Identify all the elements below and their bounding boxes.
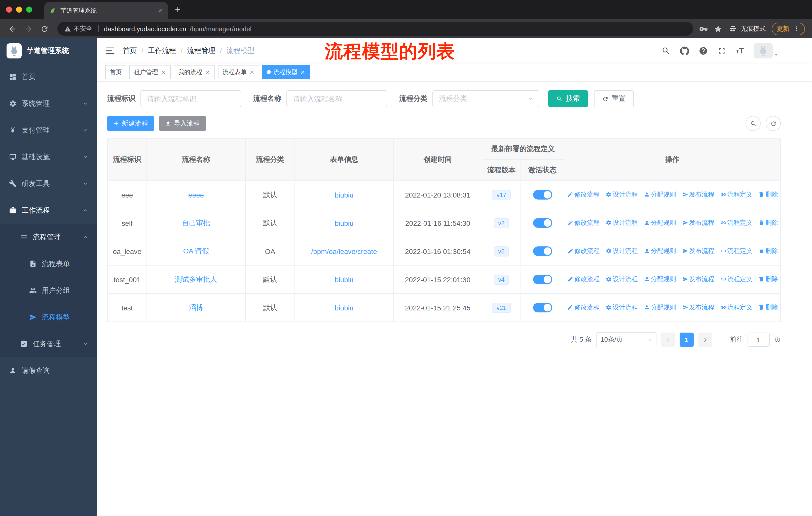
tag-home[interactable]: 首页 (105, 65, 126, 79)
version-badge[interactable]: v5 (494, 246, 509, 256)
form-info-link[interactable]: biubiu (335, 304, 354, 312)
kebab-menu-icon[interactable] (793, 25, 800, 32)
process-definition-action[interactable]: 流程定义 (720, 303, 752, 312)
design-process-action[interactable]: 设计流程 (606, 247, 638, 255)
sidebar-item-process-management[interactable]: 流程管理 (0, 224, 97, 250)
form-info-link[interactable]: /bpm/oa/leave/create (311, 247, 377, 255)
tag-process-model[interactable]: 流程模型 (262, 65, 310, 79)
active-toggle[interactable] (533, 275, 552, 284)
create-process-button[interactable]: 新建流程 (107, 116, 154, 131)
delete-action[interactable]: 删除 (758, 190, 778, 199)
delete-action[interactable]: 删除 (758, 247, 778, 255)
browser-forward-button[interactable] (21, 22, 35, 36)
assign-rule-action[interactable]: 分配规则 (644, 303, 676, 312)
sidebar-item-process-form[interactable]: 流程表单 (0, 250, 97, 277)
active-toggle[interactable] (533, 303, 552, 313)
hamburger-menu-icon[interactable] (105, 46, 115, 56)
version-badge[interactable]: v2 (494, 218, 509, 228)
publish-process-action[interactable]: 发布流程 (682, 219, 714, 227)
active-toggle[interactable] (533, 190, 552, 199)
active-toggle[interactable] (533, 246, 552, 256)
process-name-link[interactable]: 测试多审批人 (175, 275, 217, 283)
process-definition-action[interactable]: 流程定义 (720, 219, 752, 227)
refresh-table-button[interactable] (766, 116, 781, 131)
sidebar-item-dev-tools[interactable]: 研发工具 (0, 170, 97, 197)
search-icon[interactable] (662, 46, 671, 55)
process-name-link[interactable]: 自己审批 (182, 218, 210, 226)
edit-process-action[interactable]: 修改流程 (567, 303, 600, 312)
form-info-link[interactable]: biubiu (335, 219, 354, 227)
assign-rule-action[interactable]: 分配规则 (644, 219, 676, 227)
process-category-select[interactable]: 流程分类 (432, 90, 539, 107)
assign-rule-action[interactable]: 分配规则 (644, 190, 676, 199)
next-page-button[interactable] (698, 332, 712, 347)
sidebar-item-payment[interactable]: 支付管理 (0, 117, 97, 144)
design-process-action[interactable]: 设计流程 (606, 303, 638, 312)
font-size-icon[interactable] (736, 47, 744, 55)
assign-rule-action[interactable]: 分配规则 (644, 275, 676, 284)
sidebar-item-system[interactable]: 系统管理 (0, 90, 97, 117)
delete-action[interactable]: 删除 (758, 275, 778, 284)
github-icon[interactable] (680, 46, 689, 55)
import-process-button[interactable]: 导入流程 (159, 116, 206, 131)
process-definition-action[interactable]: 流程定义 (720, 190, 752, 199)
sidebar-item-infrastructure[interactable]: 基础设施 (0, 144, 97, 170)
form-info-link[interactable]: biubiu (335, 191, 354, 199)
sidebar-item-leave-query[interactable]: 请假查询 (0, 357, 97, 384)
password-key-icon[interactable] (699, 24, 708, 33)
version-badge[interactable]: v21 (492, 303, 511, 313)
design-process-action[interactable]: 设计流程 (606, 275, 638, 284)
browser-update-button[interactable]: 更新 (772, 22, 805, 35)
sidebar-item-task-management[interactable]: 任务管理 (0, 331, 97, 357)
tag-my-process[interactable]: 我的流程 (174, 65, 215, 79)
active-toggle[interactable] (533, 218, 552, 228)
process-id-input[interactable] (141, 90, 241, 107)
close-icon[interactable] (300, 69, 306, 75)
page-size-select[interactable]: 10条/页 (596, 332, 657, 347)
close-window-button[interactable] (6, 6, 12, 12)
close-icon[interactable] (249, 69, 255, 75)
prev-page-button[interactable] (661, 332, 675, 347)
toggle-search-button[interactable] (746, 116, 761, 131)
browser-tab[interactable]: 芋道管理系统 (44, 2, 168, 19)
process-name-link[interactable]: eeee (188, 191, 204, 199)
close-icon[interactable] (205, 69, 210, 75)
sidebar-item-workflow[interactable]: 工作流程 (0, 197, 97, 224)
assign-rule-action[interactable]: 分配规则 (644, 247, 676, 255)
close-icon[interactable] (161, 69, 166, 75)
tag-tenant[interactable]: 租户管理 (129, 65, 171, 79)
tab-close-icon[interactable] (157, 8, 163, 13)
publish-process-action[interactable]: 发布流程 (682, 247, 714, 255)
tag-process-form[interactable]: 流程表单 (218, 65, 259, 79)
design-process-action[interactable]: 设计流程 (606, 190, 638, 199)
breadcrumb-item[interactable]: 工作流程 (141, 46, 176, 55)
edit-process-action[interactable]: 修改流程 (567, 219, 600, 227)
delete-action[interactable]: 删除 (758, 219, 778, 227)
design-process-action[interactable]: 设计流程 (606, 219, 638, 227)
process-name-link[interactable]: 滔博 (189, 303, 203, 311)
minimize-window-button[interactable] (16, 6, 22, 12)
sidebar-item-home[interactable]: 首页 (0, 63, 97, 90)
publish-process-action[interactable]: 发布流程 (682, 303, 714, 312)
edit-process-action[interactable]: 修改流程 (567, 190, 600, 199)
new-tab-button[interactable] (171, 3, 184, 16)
help-icon[interactable] (699, 46, 708, 55)
publish-process-action[interactable]: 发布流程 (682, 275, 714, 284)
bookmark-star-icon[interactable] (714, 24, 722, 33)
version-badge[interactable]: v4 (494, 274, 509, 284)
edit-process-action[interactable]: 修改流程 (567, 275, 600, 284)
reset-button[interactable]: 重置 (594, 90, 634, 107)
site-security-chip[interactable]: 不安全 (64, 24, 92, 33)
breadcrumb-item[interactable]: 流程管理 (181, 46, 215, 55)
app-logo[interactable]: 芋道管理系统 (0, 38, 97, 63)
process-name-input[interactable] (286, 90, 387, 107)
process-definition-action[interactable]: 流程定义 (720, 247, 752, 255)
breadcrumb-item[interactable]: 首页 (123, 46, 137, 55)
edit-process-action[interactable]: 修改流程 (567, 247, 600, 255)
form-info-link[interactable]: biubiu (335, 275, 354, 283)
fullscreen-icon[interactable] (717, 46, 726, 55)
search-button[interactable]: 搜索 (548, 90, 588, 107)
browser-reload-button[interactable] (37, 22, 51, 36)
process-name-link[interactable]: OA 请假 (183, 247, 209, 255)
version-badge[interactable]: v17 (492, 190, 511, 200)
